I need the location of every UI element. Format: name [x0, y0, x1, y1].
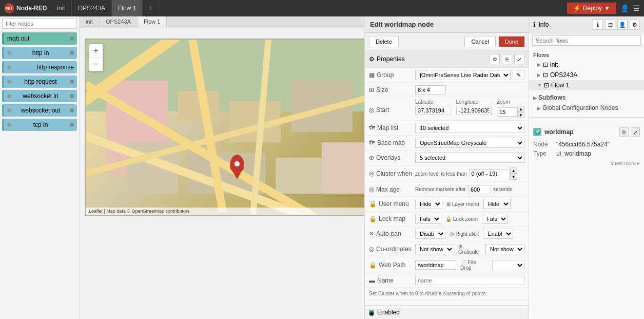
delete-button[interactable]: Delete [369, 36, 399, 47]
canvas-tab-init[interactable]: init [80, 16, 100, 28]
tab-add[interactable]: + [143, 0, 159, 16]
longitude-input[interactable] [456, 106, 492, 115]
lock-zoom-select[interactable]: Fals [482, 214, 508, 224]
info-btn-node[interactable]: ⊡ [605, 20, 615, 30]
app-logo: NR Node-RED [4, 3, 47, 13]
canvas-tab-flow1[interactable]: Flow 1 [138, 16, 167, 28]
right-click-select[interactable]: Enabl [483, 229, 513, 239]
wm-type-value: ui_worldmap [556, 150, 591, 157]
auto-pan-select[interactable]: Disab [415, 229, 445, 239]
node-label: http request [24, 78, 56, 85]
settings-icon: ⚙ [369, 55, 375, 63]
node-label: http response [36, 64, 74, 71]
sidebar-node-tcp-in[interactable]: tcp in [2, 119, 77, 131]
zoom-up-btn[interactable]: ▲ [517, 106, 524, 112]
coordinates-select[interactable]: Not show [415, 244, 454, 254]
flow-arrow: ▶ [537, 72, 541, 78]
tab-init[interactable]: init [51, 0, 71, 16]
props-label: Properties [377, 55, 405, 63]
sidebar-node-websocket-in[interactable]: websocket in [2, 90, 77, 102]
info-header-icons: ℹ ⊡ 👤 ⚙ [593, 20, 640, 30]
cluster-down-btn[interactable]: ▼ [510, 174, 517, 180]
max-age-input[interactable] [468, 185, 491, 194]
flow-item-ops243a[interactable]: ▶ ⊡ OPS243A [529, 70, 644, 80]
graticule-select[interactable]: Not show [485, 244, 524, 254]
flow-icon-ops: ⊡ [543, 71, 548, 79]
tab-flow1[interactable]: Flow 1 [112, 0, 143, 16]
prop-row-map-list: 🗺 Map list 10 selected [365, 121, 529, 136]
sidebar-node-websocket-out[interactable]: websocket out [2, 104, 77, 117]
sidebar-node-http-request[interactable]: http request [2, 76, 77, 88]
lock-map-select[interactable]: Fals [415, 214, 441, 224]
latitude-input[interactable] [415, 106, 451, 115]
wm-row-node: Node "456ccd66.575a24" [533, 140, 640, 149]
size-input[interactable] [415, 85, 446, 95]
zoom-in-button[interactable]: + [89, 44, 103, 58]
prop-row-base-map: 🗺 Base map OpenStreetMap Greyscale [365, 136, 529, 151]
enabled-row: ◉ Enabled [365, 305, 529, 319]
deploy-button[interactable]: ⚡ Deploy ▼ [567, 3, 616, 14]
wm-node-value: "456ccd66.575a24" [556, 141, 610, 148]
hint-text: Set Cluster when to 0 to disable cluster… [365, 288, 529, 300]
flow-icon-init: ⊡ [543, 61, 548, 68]
global-config-item[interactable]: ▶ Global Configuration Nodes [529, 103, 644, 113]
base-map-select[interactable]: OpenStreetMap Greyscale [415, 138, 524, 148]
zoom-out-button[interactable]: − [89, 58, 103, 71]
prop-row-overlays: ⊕ Overlays 5 selected [365, 151, 529, 165]
sidebar-node-http-in[interactable]: http in [2, 47, 77, 59]
prop-row-cluster: ◎ Cluster when zoom level is less than ▲… [365, 165, 529, 182]
wm-type-label: Type [533, 150, 556, 157]
cluster-input[interactable] [469, 169, 510, 178]
info-btn-user[interactable]: 👤 [617, 20, 628, 30]
file-drop-select[interactable] [492, 260, 524, 270]
info-search-input[interactable] [532, 35, 641, 46]
zoom-input[interactable] [497, 107, 517, 117]
deploy-arrow: ▼ [604, 5, 610, 12]
flow-item-init[interactable]: ▶ ⊡ init [529, 60, 644, 70]
node-label: tcp in [33, 121, 48, 128]
flow-item-flow1[interactable]: ▼ ⊡ Flow 1 [529, 80, 644, 90]
user-menu-select[interactable]: Hide [415, 199, 442, 209]
sidebar-node-mqtt-out[interactable]: mqtt out [2, 32, 77, 45]
wm-row-type: Type ui_worldmap [533, 149, 640, 158]
user-icon[interactable]: 👤 [620, 4, 629, 12]
canvas-tab-ops243a[interactable]: OPS243A [100, 16, 138, 28]
sidebar-node-http-response[interactable]: http response [2, 61, 77, 73]
group-edit-btn[interactable]: ✎ [513, 70, 524, 80]
node-label: http in [32, 49, 49, 57]
flow-canvas[interactable]: Connect Send "marker" ↗ set marker paylo… [80, 28, 364, 318]
search-input[interactable] [2, 18, 77, 29]
done-button[interactable]: Done [499, 36, 524, 47]
info-btn-i[interactable]: ℹ [593, 20, 603, 30]
wm-expand-btn[interactable]: ⤢ [631, 127, 640, 137]
props-settings-btn[interactable]: ⚙ [490, 54, 500, 64]
layer-menu-select[interactable]: Hide [483, 199, 511, 209]
subflows-label: ▶ Subflows [529, 92, 644, 103]
node-port-left [7, 108, 11, 112]
props-copy-btn[interactable]: ⎘ [502, 54, 512, 64]
zoom-down-btn[interactable]: ▼ [517, 112, 524, 118]
app-title: Node-RED [16, 5, 47, 12]
name-input[interactable] [415, 276, 524, 285]
overlays-select[interactable]: 5 selected [415, 153, 524, 163]
cluster-up-btn[interactable]: ▲ [510, 167, 517, 174]
menu-icon[interactable]: ☰ [633, 4, 640, 12]
info-title: info [539, 21, 549, 28]
web-path-input[interactable] [415, 260, 456, 270]
props-expand-btn[interactable]: ⤢ [514, 54, 524, 64]
map-list-select[interactable]: 10 selected [415, 123, 524, 133]
info-btn-settings[interactable]: ⚙ [630, 20, 640, 30]
node-port-left [7, 80, 11, 84]
flow-label-ops: OPS243A [550, 71, 577, 79]
prop-row-group: ▦ Group |OmniPreSense Live Radar Data @ … [365, 68, 529, 83]
show-more-link[interactable]: show more ▸ [533, 160, 640, 166]
wm-copy-btn[interactable]: ⎘ [619, 127, 629, 137]
pin-body [230, 155, 244, 173]
cancel-button[interactable]: Cancel [464, 36, 495, 47]
left-sidebar: mqtt out http in http response http requ… [0, 16, 80, 319]
tab-ops243a[interactable]: OPS243A [72, 0, 112, 16]
node-port-left [7, 51, 11, 55]
group-select[interactable]: |OmniPreSense Live Radar Data @ [415, 70, 511, 80]
node-port-right [70, 36, 74, 41]
canvas-area[interactable]: init OPS243A Flow 1 [80, 16, 364, 319]
